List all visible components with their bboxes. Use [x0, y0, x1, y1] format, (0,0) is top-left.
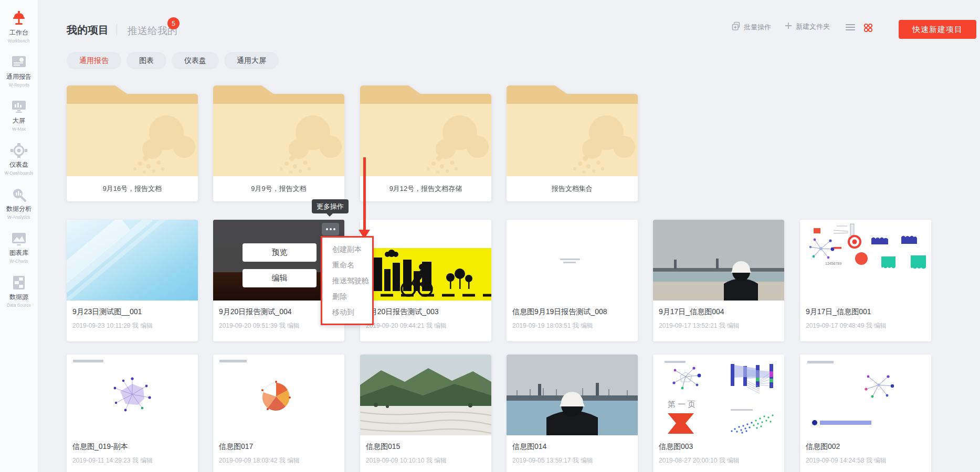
project-card[interactable]: 9月17日_信息图004 2019-09-17 13:52:21 我 编辑 — [653, 220, 784, 341]
sidebar-item-analytics[interactable]: 数据分析 W-Analytics — [0, 186, 38, 230]
folder-card[interactable]: 9月16号，报告文档 — [67, 85, 198, 201]
sidebar-label: 工作台 — [9, 28, 28, 37]
menu-item-rename[interactable]: 重命名 — [322, 257, 372, 273]
app-root: 工作台 Workbench 通用报告 W-Reports 大屏 W-Max 仪表… — [0, 0, 980, 472]
project-card[interactable]: 9月20日报告测试_003 2019-09-20 09:44:21 我 编辑 — [360, 220, 491, 341]
project-title: 信息图_019-副本 — [72, 442, 192, 452]
ellipsis-icon — [326, 228, 328, 230]
folder-icon — [507, 85, 638, 176]
project-meta: 2019-09-09 18:03:42 我 编辑 — [219, 456, 339, 465]
more-actions-button[interactable] — [322, 223, 339, 235]
project-meta: 2019-09-17 09:48:49 我 编辑 — [806, 321, 925, 330]
project-card[interactable]: 12456789 9月17日_信息图001 2019-09-17 09:48:4… — [800, 220, 931, 341]
folder-icon — [360, 85, 491, 176]
project-title: 信息图017 — [219, 442, 339, 452]
sidebar-item-charts[interactable]: 图表库 W-Charts — [0, 230, 38, 274]
list-icon — [845, 23, 856, 33]
project-title: 信息图014 — [512, 442, 632, 452]
project-card[interactable]: 信息图9月19日报告测试_008 2019-09-19 18:03:51 我 编… — [507, 220, 638, 341]
batch-operation-label: 批量操作 — [744, 23, 771, 32]
project-card[interactable]: 第一页 信息图003 2019-08-27 20:00:10 我 编辑 — [653, 355, 784, 472]
project-thumbnail — [653, 220, 784, 301]
project-meta: 2019-09-09 10:10:10 我 编辑 — [366, 456, 486, 465]
grid-icon — [863, 23, 873, 35]
project-thumbnail — [360, 220, 491, 301]
folder-card[interactable]: 9月9号，报告文档 — [213, 85, 344, 201]
copy-plus-icon — [731, 22, 741, 33]
project-thumbnail — [507, 220, 638, 301]
project-title: 信息图015 — [366, 442, 486, 452]
notification-badge: 5 — [167, 17, 180, 29]
sidebar-sublabel: Data Source — [7, 303, 31, 307]
filter-chart[interactable]: 图表 — [127, 52, 166, 69]
sidebar-label: 数据源 — [9, 293, 28, 302]
sidebar-label: 大屏 — [13, 116, 25, 125]
big-screen-icon — [10, 98, 28, 115]
menu-item-move-to[interactable]: 移动到 — [322, 304, 372, 320]
sidebar-item-dashboards[interactable]: 仪表盘 W-Dashboards — [0, 142, 38, 186]
project-thumbnail — [213, 355, 344, 435]
more-actions-tooltip: 更多操作 — [312, 199, 349, 213]
project-meta: 2019-09-11 14:29:23 我 编辑 — [72, 456, 192, 465]
filter-big-screen[interactable]: 通用大屏 — [224, 52, 279, 69]
menu-item-push-cockpit[interactable]: 推送驾驶舱 — [322, 273, 372, 288]
sidebar-item-datasource[interactable]: 数据源 Data Source — [0, 274, 38, 318]
sidebar-item-workbench[interactable]: 工作台 Workbench — [0, 9, 38, 53]
quick-create-project-button[interactable]: 快速新建项目 — [899, 20, 976, 39]
sidebar-item-wmax[interactable]: 大屏 W-Max — [0, 98, 38, 142]
edit-button[interactable]: 编辑 — [243, 269, 317, 287]
folder-name: 报告文档集合 — [507, 176, 638, 201]
sidebar: 工作台 Workbench 通用报告 W-Reports 大屏 W-Max 仪表… — [0, 0, 38, 472]
project-thumbnail: 第一页 — [653, 355, 784, 435]
folder-name: 9月16号，报告文档 — [67, 176, 198, 201]
folder-card[interactable]: 报告文档集合 — [507, 85, 638, 201]
new-folder-label: 新建文件夹 — [796, 22, 830, 31]
context-menu: 创建副本 重命名 推送驾驶舱 删除 移动到 — [321, 236, 374, 325]
workbench-lamp-icon — [10, 9, 28, 27]
folder-card[interactable]: 9月12号，报告文档存储 — [360, 85, 491, 201]
project-title: 信息图9月19日报告测试_008 — [512, 307, 632, 317]
project-title: 信息图003 — [659, 442, 778, 452]
project-meta: 2019-09-23 10:11:29 我 编辑 — [72, 321, 192, 330]
folder-icon — [213, 85, 344, 176]
project-meta: 2019-09-17 13:52:21 我 编辑 — [659, 321, 778, 330]
grid-view-toggle[interactable] — [863, 23, 873, 35]
plus-icon — [784, 22, 793, 31]
sidebar-sublabel: W-Dashboards — [4, 170, 33, 175]
filter-general-report[interactable]: 通用报告 — [67, 52, 121, 69]
project-title: 9月23日测试图__001 — [72, 307, 192, 317]
menu-item-delete[interactable]: 删除 — [322, 288, 372, 304]
project-meta: 2019-09-20 09:44:21 我 编辑 — [366, 321, 486, 330]
report-slide-icon — [10, 53, 28, 71]
sidebar-item-reports[interactable]: 通用报告 W-Reports — [0, 53, 38, 98]
project-card[interactable]: 信息图002 2019-09-09 14:24:58 我 编辑 — [800, 355, 931, 472]
sidebar-label: 数据分析 — [6, 205, 31, 213]
project-title: 9月20日报告测试_003 — [366, 307, 486, 317]
project-thumbnail — [67, 355, 198, 435]
sidebar-sublabel: W-Analytics — [7, 214, 30, 219]
project-card[interactable]: 信息图014 2019-09-05 13:59:17 我 编辑 — [507, 355, 638, 472]
list-view-toggle[interactable] — [845, 23, 856, 33]
sidebar-sublabel: W-Reports — [8, 82, 29, 87]
project-thumbnail — [800, 355, 931, 435]
batch-operation-button[interactable]: 批量操作 — [731, 22, 771, 33]
thumbnail-number-label: 12456789 — [825, 262, 841, 265]
sidebar-label: 仪表盘 — [9, 160, 28, 169]
project-title: 信息图002 — [806, 442, 925, 452]
project-card[interactable]: 9月23日测试图__001 2019-09-23 10:11:29 我 编辑 — [67, 220, 198, 341]
new-folder-button[interactable]: 新建文件夹 — [784, 22, 830, 31]
magnifier-chart-icon — [10, 186, 28, 203]
project-card[interactable]: 信息图_019-副本 2019-09-11 14:29:23 我 编辑 — [67, 355, 198, 472]
project-card[interactable]: 信息图015 2019-09-09 10:10:10 我 编辑 — [360, 355, 491, 472]
sidebar-sublabel: Workbench — [8, 38, 30, 43]
project-meta: 2019-08-27 20:00:10 我 编辑 — [659, 456, 778, 465]
database-blocks-icon — [10, 274, 28, 292]
filter-dashboard[interactable]: 仪表盘 — [172, 52, 219, 69]
project-card[interactable]: 信息图017 2019-09-09 18:03:42 我 编辑 — [213, 355, 344, 472]
sidebar-label: 通用报告 — [6, 72, 31, 81]
tab-my-projects[interactable]: 我的项目 — [67, 23, 109, 37]
project-meta: 2019-09-09 14:24:58 我 编辑 — [806, 456, 925, 465]
tab-separator — [117, 24, 117, 36]
preview-button[interactable]: 预览 — [243, 243, 317, 262]
menu-item-duplicate[interactable]: 创建副本 — [322, 241, 372, 257]
